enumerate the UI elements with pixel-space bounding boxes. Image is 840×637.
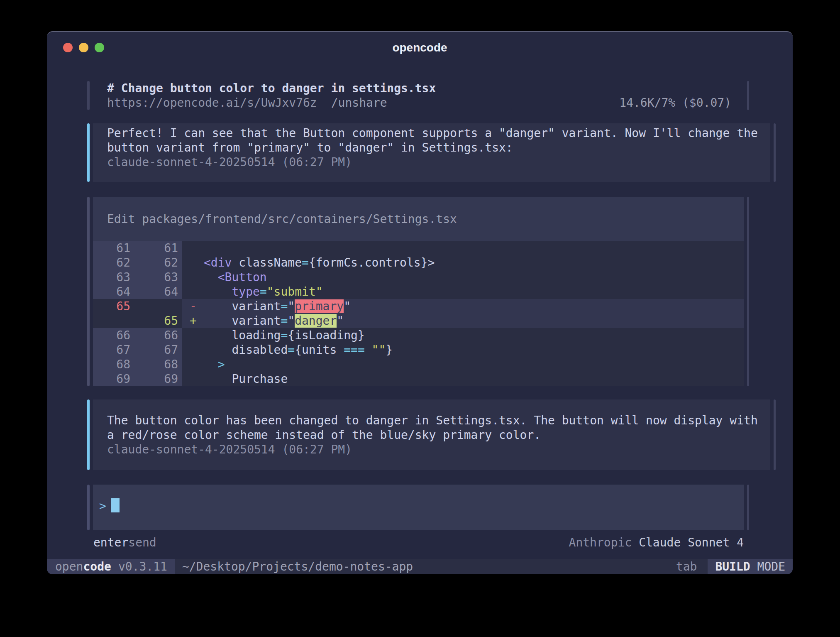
old-line-number: 63 <box>93 270 134 284</box>
code-line: loading={isLoading} <box>204 328 744 343</box>
header-right-border <box>747 81 749 110</box>
mode-name: BUILD <box>715 559 750 574</box>
status-bar: opencodev0.3.11 ~/Desktop/Projects/demo-… <box>47 559 793 574</box>
window-title: opencode <box>47 40 793 55</box>
code-line: variant="primary" <box>204 299 744 314</box>
code-line: type="submit" <box>204 284 744 299</box>
message-text-line: Perfect! I can see that the Button compo… <box>107 126 758 140</box>
assistant-message: Perfect! I can see that the Button compo… <box>87 123 749 182</box>
diff-row: 65- variant="primary" <box>93 299 744 314</box>
message-model-timestamp: claude-sonnet-4-20250514 (06:27 PM) <box>107 155 758 169</box>
enter-key-hint: enter <box>93 535 128 550</box>
diff-marker <box>182 241 204 255</box>
message-right-border <box>774 399 776 470</box>
app-name-open: open <box>55 559 83 574</box>
diff-row: 6868 > <box>93 357 744 372</box>
old-line-number: 64 <box>93 284 134 299</box>
input-right-border <box>747 485 749 530</box>
old-line-number <box>93 314 134 328</box>
message-accent-bar <box>87 399 90 470</box>
old-line-number: 62 <box>93 255 134 270</box>
session-title: # Change button color to danger in setti… <box>107 81 731 96</box>
message-text-line: button variant from "primary" to "danger… <box>107 140 758 155</box>
diff-row: 6666 loading={isLoading} <box>93 328 744 343</box>
new-line-number: 62 <box>134 255 182 270</box>
new-line-number: 61 <box>134 241 182 255</box>
code-line: > <box>204 357 744 372</box>
new-line-number: 65 <box>134 314 182 328</box>
message-accent-bar <box>87 123 90 182</box>
new-line-number: 63 <box>134 270 182 284</box>
assistant-message: The button color has been changed to dan… <box>87 399 749 470</box>
working-directory: ~/Desktop/Projects/demo-notes-app <box>182 559 413 574</box>
old-line-number: 66 <box>93 328 134 343</box>
app-version-segment: opencodev0.3.11 <box>47 559 175 574</box>
session-header: # Change button color to danger in setti… <box>87 81 749 110</box>
diff-row: 6767 disabled={units === ""} <box>93 343 744 357</box>
diff-row: 6262<div className={formCs.controls}> <box>93 255 744 270</box>
code-line: disabled={units === ""} <box>204 343 744 357</box>
message-text-line: a red/rose color scheme instead of the b… <box>107 428 758 442</box>
message-right-border <box>774 123 776 182</box>
prompt-input[interactable]: > <box>87 485 749 530</box>
diff-marker <box>182 328 204 343</box>
app-window: opencode # Change button color to danger… <box>47 31 793 574</box>
old-line-number: 65 <box>93 299 134 314</box>
code-line: Purchase <box>204 372 744 386</box>
old-line-number: 61 <box>93 241 134 255</box>
diff-marker: - <box>182 299 204 314</box>
new-line-number <box>134 299 182 314</box>
diff-marker <box>182 270 204 284</box>
edit-tool-title: Edit packages/frontend/src/containers/Se… <box>93 197 744 241</box>
diff-row: 6161 <box>93 241 744 255</box>
diff-row: 6363 <Button <box>93 270 744 284</box>
app-name-code: code <box>83 559 111 574</box>
new-line-number: 67 <box>134 343 182 357</box>
header-left-border <box>87 81 90 110</box>
diff-marker <box>182 255 204 270</box>
new-line-number: 64 <box>134 284 182 299</box>
hint-row: enter send Anthropic Claude Sonnet 4 <box>87 535 749 550</box>
edit-right-border <box>747 197 749 386</box>
diff-row: 6464 type="submit" <box>93 284 744 299</box>
send-action-hint: send <box>128 535 156 550</box>
message-text-line: The button color has been changed to dan… <box>107 413 758 428</box>
share-url-link[interactable]: https://opencode.ai/s/UwJxv76z <box>107 96 317 110</box>
diff-marker <box>182 343 204 357</box>
input-left-border <box>87 485 90 530</box>
session-content: # Change button color to danger in setti… <box>87 63 749 550</box>
token-usage: 14.6K/7% ($0.07) <box>619 96 731 110</box>
mode-suffix: MODE <box>750 559 785 574</box>
app-version: v0.3.11 <box>118 559 167 574</box>
diff-row: 6969 Purchase <box>93 372 744 386</box>
code-line: <div className={formCs.controls}> <box>204 255 744 270</box>
tab-key-hint[interactable]: tab <box>676 559 697 574</box>
provider-label: Anthropic <box>569 536 639 549</box>
edit-tool-block: Edit packages/frontend/src/containers/Se… <box>87 197 749 386</box>
prompt-symbol: > <box>99 499 106 513</box>
new-line-number: 66 <box>134 328 182 343</box>
message-model-timestamp: claude-sonnet-4-20250514 (06:27 PM) <box>107 442 758 457</box>
diff-rows: 61616262<div className={formCs.controls}… <box>93 241 744 386</box>
diff-marker <box>182 372 204 386</box>
title-bar[interactable]: opencode <box>47 32 793 63</box>
diff-marker <box>182 284 204 299</box>
mode-segment[interactable]: BUILD MODE <box>708 559 793 574</box>
old-line-number: 68 <box>93 357 134 372</box>
unshare-command[interactable]: /unshare <box>331 96 387 110</box>
text-cursor <box>111 498 120 512</box>
new-line-number: 68 <box>134 357 182 372</box>
model-label[interactable]: Claude Sonnet 4 <box>639 536 744 549</box>
code-line: <Button <box>204 270 744 284</box>
diff-row: 65+ variant="danger" <box>93 314 744 328</box>
old-line-number: 69 <box>93 372 134 386</box>
old-line-number: 67 <box>93 343 134 357</box>
code-line: variant="danger" <box>204 314 744 328</box>
diff-marker <box>182 357 204 372</box>
new-line-number: 69 <box>134 372 182 386</box>
edit-left-border <box>87 197 90 386</box>
code-line <box>204 241 744 255</box>
diff-marker: + <box>182 314 204 328</box>
